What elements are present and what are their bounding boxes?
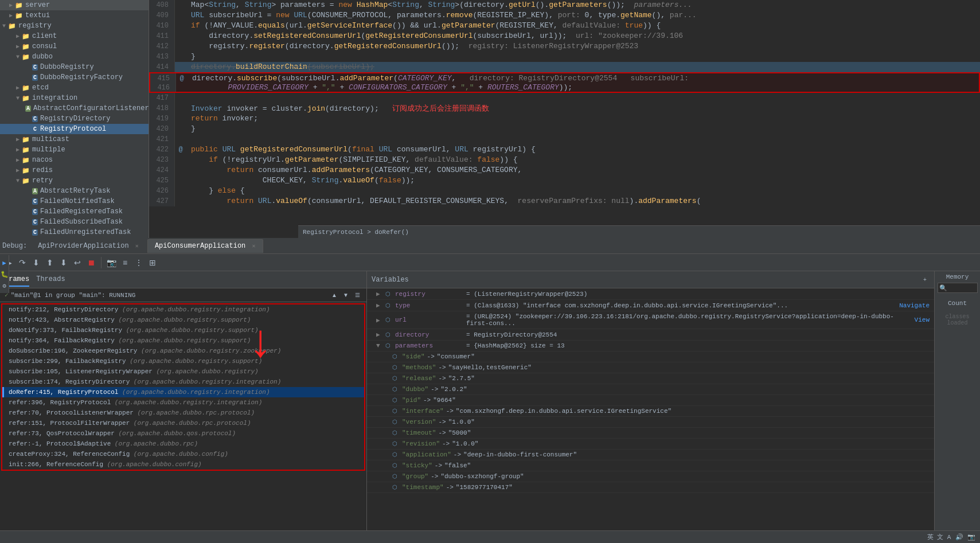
sidebar-item-multicast[interactable]: ▶ 📁 multicast xyxy=(0,134,149,144)
expand-icon[interactable]: ▶ xyxy=(376,317,383,324)
var-item-timestamp[interactable]: ⬡ "timestamp" -> "1582977170417" xyxy=(367,482,934,493)
expand-icon[interactable]: ▼ xyxy=(376,342,383,349)
close-icon[interactable]: ✕ xyxy=(252,243,256,249)
tab-threads[interactable]: Threads xyxy=(36,273,65,287)
sidebar-item-retry[interactable]: ▼ 📁 retry xyxy=(0,175,149,186)
sidebar-item-integration[interactable]: ▼ 📁 integration xyxy=(0,93,149,103)
step-into-button[interactable]: ⬇ xyxy=(30,256,42,269)
var-type-icon: ⬡ xyxy=(392,408,397,415)
memory-search-input[interactable] xyxy=(938,283,978,293)
sidebar-item-FailedRegisteredTask[interactable]: C FailedRegisteredTask xyxy=(0,206,149,217)
sidebar-item-AbstractConfiguratorListener[interactable]: A AbstractConfiguratorListener xyxy=(0,103,149,114)
expand-icon[interactable]: ▶ xyxy=(376,290,383,298)
sidebar-item-FailedUnregisteredTask[interactable]: C FailedUnregisteredTask xyxy=(0,227,149,237)
var-item-registry[interactable]: ▶ ⬡ registry = (ListenerRegistryWrapper@… xyxy=(367,288,934,300)
frame-item[interactable]: doSubscribe:196, ZookeeperRegistry (org.… xyxy=(2,346,364,356)
sidebar-item-DubboRegistry[interactable]: C DubboRegistry xyxy=(0,62,149,72)
code-area[interactable]: 408 Map<String, String> parameters = new… xyxy=(149,0,980,238)
frame-item[interactable]: notify:423, AbstractRegistry (org.apache… xyxy=(2,315,364,325)
frames-border-box: notify:212, RegistryDirectory (org.apach… xyxy=(1,303,365,471)
frame-item-active[interactable]: doRefer:415, RegistryProtocol (org.apach… xyxy=(2,387,364,397)
frame-item[interactable]: refer:70, ProtocolListenerWrapper (org.a… xyxy=(2,408,364,418)
layout-button[interactable]: ⊞ xyxy=(146,256,159,269)
frame-item[interactable]: init:266, ReferenceConfig (org.apache.du… xyxy=(2,459,364,470)
vars-list[interactable]: ▶ ⬡ registry = (ListenerRegistryWrapper@… xyxy=(367,288,934,543)
step-out-button[interactable]: ⬆ xyxy=(44,256,56,269)
view-link[interactable]: View xyxy=(915,317,930,323)
expand-icon[interactable]: ▶ xyxy=(376,331,383,338)
expand-icon[interactable]: ▶ xyxy=(376,302,383,309)
up-button[interactable]: ▲ xyxy=(330,291,339,300)
more-button[interactable]: ⋮ xyxy=(132,256,145,269)
sidebar-item-RegistryDirectory[interactable]: C RegistryDirectory xyxy=(0,114,149,124)
run-to-cursor-button[interactable]: ↩ xyxy=(71,256,84,269)
frame-item[interactable]: subscribe:299, FailbackRegistry (org.apa… xyxy=(2,356,364,366)
sidebar-item-FailedSubscribedTask[interactable]: C FailedSubscribedTask xyxy=(0,217,149,227)
step-button[interactable]: ⬇ xyxy=(57,256,70,269)
mute-button[interactable]: 📷 xyxy=(105,256,118,269)
side-icon-play[interactable]: ▶ xyxy=(1,259,9,267)
sidebar-item-RegistryProtocol[interactable]: C RegistryProtocol xyxy=(0,124,149,134)
sidebar-item-etcd[interactable]: ▶ 📁 etcd xyxy=(0,83,149,93)
var-item-type[interactable]: ▶ ⬡ type = (Class@1633) "interface com.s… xyxy=(367,300,934,311)
frame-item[interactable]: createProxy:324, ReferenceConfig (org.ap… xyxy=(2,449,364,459)
debug-tab-consumer[interactable]: ApiConsumerApplication ✕ xyxy=(147,239,263,253)
var-item-timeout[interactable]: ⬡ "timeout" -> "5000" xyxy=(367,428,934,439)
var-item-directory[interactable]: ▶ ⬡ directory = RegistryDirectory@2554 xyxy=(367,329,934,341)
var-item-dubbo[interactable]: ⬡ "dubbo" -> "2.0.2" xyxy=(367,384,934,395)
step-over-button[interactable]: ↷ xyxy=(16,256,29,269)
sidebar-item-registry[interactable]: ▼ 📁 registry xyxy=(0,21,149,31)
var-item-methods[interactable]: ⬡ "methods" -> "sayHello,testGeneric" xyxy=(367,362,934,373)
var-item-sticky[interactable]: ⬡ "sticky" -> "false" xyxy=(367,460,934,471)
file-tree[interactable]: ▶ 📁 server ▶ 📁 textui ▼ 📁 registry ▶ 📁 c… xyxy=(0,0,149,238)
var-item-parameters[interactable]: ▼ ⬡ parameters = {HashMap@2562} size = 1… xyxy=(367,341,934,351)
var-item-pid[interactable]: ⬡ "pid" -> "9664" xyxy=(367,395,934,406)
var-item-version[interactable]: ⬡ "version" -> "1.0.0" xyxy=(367,417,934,428)
down-button[interactable]: ▼ xyxy=(341,291,350,300)
side-icon-bug[interactable]: 🐛 xyxy=(1,270,9,278)
expand-all-button[interactable]: + xyxy=(920,275,930,284)
var-item-application[interactable]: ⬡ "application" -> "deep-in-dubbo-first-… xyxy=(367,450,934,460)
sidebar-item-server[interactable]: ▶ 📁 server xyxy=(0,0,149,10)
sidebar-item-consul[interactable]: ▶ 📁 consul xyxy=(0,41,149,52)
frame-item[interactable]: doNotify:373, FailbackRegistry (org.apac… xyxy=(2,325,364,335)
frame-item[interactable]: subscribe:105, ListenerRegistryWrapper (… xyxy=(2,366,364,377)
sidebar-item-multiple[interactable]: ▶ 📁 multiple xyxy=(0,144,149,155)
close-icon[interactable]: ✕ xyxy=(135,243,139,249)
frame-item[interactable]: notify:364, FailbackRegistry (org.apache… xyxy=(2,335,364,346)
breadcrumb-text: RegistryProtocol > doRefer() xyxy=(303,229,409,236)
code-editor: ▶ 📁 server ▶ 📁 textui ▼ 📁 registry ▶ 📁 c… xyxy=(0,0,980,238)
settings-button[interactable]: ≡ xyxy=(119,256,131,269)
abstract-class-icon: A xyxy=(25,106,31,112)
sidebar-item-FailedNotifiedTask[interactable]: C FailedNotifiedTask xyxy=(0,196,149,206)
debug-tab-provider[interactable]: ApiProviderApplication ✕ xyxy=(30,239,146,253)
var-item-interface[interactable]: ⬡ "interface" -> "com.sxzhongf.deep.in.d… xyxy=(367,406,934,417)
var-item-release[interactable]: ⬡ "release" -> "2.7.5" xyxy=(367,373,934,384)
sidebar-item-redis[interactable]: ▶ 📁 redis xyxy=(0,165,149,175)
sidebar-item-textui[interactable]: ▶ 📁 textui xyxy=(0,10,149,21)
filter-button[interactable]: ☰ xyxy=(353,291,362,300)
navigate-link[interactable]: Navigate xyxy=(899,302,930,309)
frame-item[interactable]: refer:73, QosProtocolWrapper (org.apache… xyxy=(2,428,364,439)
sidebar-item-nacos[interactable]: ▶ 📁 nacos xyxy=(0,155,149,165)
frame-item[interactable]: notify:212, RegistryDirectory (org.apach… xyxy=(2,304,364,315)
debug-tab-consumer-label: ApiConsumerApplication xyxy=(155,242,245,250)
side-icon-settings[interactable]: ⚙ xyxy=(1,282,9,290)
var-item-side[interactable]: ⬡ "side" -> "consumer" xyxy=(367,351,934,362)
code-line-411: 411 directory.setRegisteredConsumerUrl(g… xyxy=(149,31,980,41)
frame-item[interactable]: refer:151, ProtocolFilterWrapper (org.ap… xyxy=(2,418,364,428)
var-item-url[interactable]: ▶ ⬡ url = (URL@2524) "zookeeper://39.106… xyxy=(367,311,934,329)
stop-button[interactable]: ⏹ xyxy=(85,256,97,269)
sidebar-item-DubboRegistryFactory[interactable]: C DubboRegistryFactory xyxy=(0,72,149,83)
frames-list[interactable]: notify:212, RegistryDirectory (org.apach… xyxy=(0,302,366,543)
frame-item[interactable]: subscribe:174, RegistryDirectory (org.ap… xyxy=(2,377,364,387)
sidebar-item-dubbo[interactable]: ▼ 📁 dubbo xyxy=(0,52,149,62)
var-item-group[interactable]: ⬡ "group" -> "dubbo-sxzhongf-group" xyxy=(367,471,934,482)
var-item-revision[interactable]: ⬡ "revision" -> "1.0.0" xyxy=(367,439,934,450)
frame-item[interactable]: refer:396, RegistryProtocol (org.apache.… xyxy=(2,397,364,408)
frame-item[interactable]: refer:-1, Protocol$Adaptive (org.apache.… xyxy=(2,439,364,449)
var-type-icon: ⬡ xyxy=(385,291,391,298)
sidebar-item-AbstractRetryTask[interactable]: A AbstractRetryTask xyxy=(0,186,149,196)
code-line-417: 417 xyxy=(149,93,980,103)
sidebar-item-client[interactable]: ▶ 📁 client xyxy=(0,31,149,41)
